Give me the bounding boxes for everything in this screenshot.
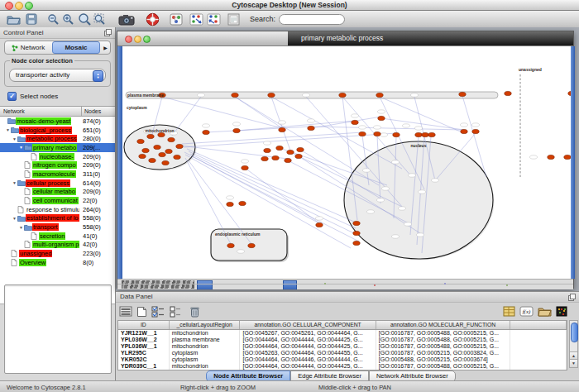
graph-node[interactable] (279, 127, 285, 131)
graph-node[interactable] (308, 126, 314, 130)
float-panel-icon[interactable] (104, 29, 112, 36)
graph-node-unexpressed[interactable] (432, 179, 439, 182)
graph-node[interactable] (264, 148, 270, 152)
expander-icon[interactable]: ▼ (12, 180, 17, 185)
tree-row[interactable]: macromolecule311(0) (0, 170, 115, 179)
table-row[interactable]: YKR052Ccytoplasm[GO:0044464, GO:0044446,… (118, 356, 567, 363)
graph-node-unexpressed[interactable] (378, 110, 385, 113)
graph-node[interactable] (287, 150, 294, 154)
unselect-attributes-icon[interactable] (170, 304, 181, 318)
attribute-table-icon[interactable] (119, 304, 132, 318)
expander-icon[interactable]: ▼ (12, 216, 17, 221)
graph-node-unexpressed[interactable] (392, 160, 400, 164)
tab-network[interactable]: Network (5, 42, 51, 53)
tree-row[interactable]: nitrogen compo209(0) (0, 160, 115, 170)
graph-node[interactable] (165, 149, 172, 153)
graph-node[interactable] (353, 241, 360, 245)
table-row[interactable]: YJR121W__1mitochondrion[GO:0045267, GO:0… (118, 330, 567, 337)
tree-row[interactable]: ▼biological_process651(0) (0, 126, 115, 135)
graph-node[interactable] (353, 221, 360, 225)
right-scrollbar[interactable] (571, 46, 575, 279)
node-color-dropdown[interactable]: transporter activity ▲▼ (9, 69, 106, 82)
graph-node-unexpressed[interactable] (472, 123, 480, 127)
graph-node-unexpressed[interactable] (411, 93, 419, 97)
graph-node[interactable] (339, 93, 346, 97)
graph-node[interactable] (316, 222, 323, 227)
expander-icon[interactable]: ▼ (5, 127, 11, 132)
graph-node[interactable] (568, 91, 571, 95)
network-frame-titlebar[interactable]: primary metabolic process (117, 31, 573, 46)
frame-close-icon[interactable] (125, 36, 132, 43)
graph-node[interactable] (393, 132, 400, 136)
zoom-selected-icon[interactable] (93, 12, 107, 26)
graph-node[interactable] (174, 155, 180, 159)
graph-node-unexpressed[interactable] (203, 124, 210, 127)
column-header[interactable]: ID (118, 321, 170, 329)
open-network-icon[interactable] (7, 12, 21, 26)
graph-node-unexpressed[interactable] (316, 217, 323, 220)
graph-node[interactable] (374, 131, 380, 136)
graph-node[interactable] (378, 116, 385, 120)
graph-node-unexpressed[interactable] (308, 119, 315, 122)
graph-node[interactable] (261, 156, 268, 160)
graph-node[interactable] (352, 120, 358, 124)
graph-node[interactable] (147, 134, 154, 138)
scroll-down-icon[interactable]: ▼ (570, 359, 577, 367)
graph-node-unexpressed[interactable] (363, 169, 371, 172)
annotation-icon[interactable] (227, 12, 240, 26)
graph-node[interactable] (227, 243, 234, 247)
save-session-icon[interactable] (26, 12, 37, 26)
import-attributes-icon[interactable] (538, 304, 552, 318)
graph-node-unexpressed[interactable] (198, 93, 205, 97)
tab-mosaic[interactable]: Mosaic (52, 41, 100, 54)
graph-node[interactable] (295, 154, 302, 158)
graph-node[interactable] (203, 130, 209, 134)
tree-col-nodes[interactable]: Nodes (81, 107, 115, 116)
tree-row[interactable]: mosaic-demo-yeast874(0) (0, 117, 115, 126)
graph-node[interactable] (158, 132, 165, 136)
select-attributes-icon[interactable] (151, 304, 165, 318)
table-row[interactable]: YPL036W__2plasma membrane[GO:0044464, GO… (118, 337, 567, 343)
column-header[interactable]: annotation.GO MOLECULAR_FUNCTION (376, 321, 510, 329)
tab-overflow-icon[interactable]: ▶ (101, 45, 110, 50)
network-graph[interactable]: plasma membranecytoplasmmitochondrionnuc… (122, 46, 571, 279)
table-row[interactable]: YPL036W__1mitochondrion[GO:0044464, GO:0… (118, 343, 567, 350)
graph-node[interactable] (232, 93, 238, 97)
frame-zoom-icon[interactable] (143, 36, 151, 43)
graph-node[interactable] (459, 92, 466, 96)
plasma-membrane-bar[interactable] (126, 92, 498, 98)
graph-node[interactable] (422, 132, 428, 136)
graph-node[interactable] (285, 158, 291, 162)
graph-node[interactable] (353, 231, 360, 235)
graph-node[interactable] (505, 91, 511, 95)
graph-node[interactable] (162, 160, 169, 165)
tree-row[interactable]: response to stimulu264(0) (0, 205, 115, 214)
delete-attribute-icon[interactable] (189, 304, 200, 318)
graph-node[interactable] (415, 132, 422, 136)
tree-row[interactable]: ▼cellular process614(0) (0, 179, 115, 188)
tree-row[interactable]: nucleobase-209(0) (0, 152, 115, 161)
zoom-out-icon[interactable] (47, 12, 60, 26)
new-attribute-icon[interactable] (136, 304, 147, 318)
window-titlebar[interactable]: Cytoscape Desktop (New Session) (0, 0, 579, 11)
graph-node-unexpressed[interactable] (237, 250, 245, 253)
graph-node[interactable] (242, 165, 248, 170)
snapshot-icon[interactable] (118, 12, 135, 26)
zoom-fit-icon[interactable] (78, 12, 92, 26)
tree-row[interactable]: unassigned223(0) (0, 249, 115, 258)
graph-node[interactable] (142, 148, 149, 152)
tree-row[interactable]: cell communicat22(0) (0, 196, 115, 205)
graph-node-unexpressed[interactable] (264, 141, 271, 145)
graph-node[interactable] (168, 137, 175, 141)
graph-node[interactable] (139, 154, 146, 158)
graph-node-unexpressed[interactable] (409, 174, 416, 177)
graph-node-unexpressed[interactable] (382, 187, 390, 190)
frame-bottom-strip[interactable] (117, 279, 573, 289)
tree-row[interactable]: ▼transport558(0) (0, 222, 115, 232)
graph-node-unexpressed[interactable] (530, 155, 538, 159)
attribute-batch-icon[interactable] (503, 304, 515, 318)
tree-row[interactable]: ▼primary metabo209(... (0, 143, 115, 152)
lifering-icon[interactable] (146, 12, 160, 26)
hscroll-thumb-2[interactable] (283, 280, 297, 289)
graph-node-unexpressed[interactable] (227, 196, 234, 199)
